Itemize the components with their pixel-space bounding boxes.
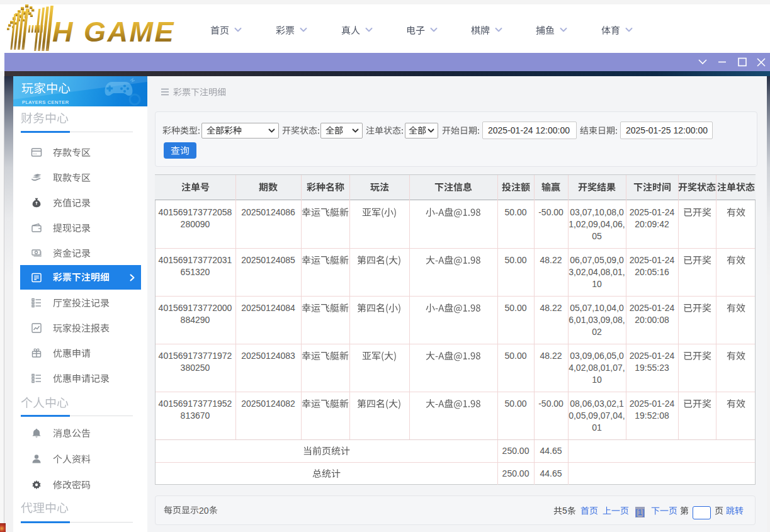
svg-text:H GAME: H GAME (52, 16, 175, 48)
